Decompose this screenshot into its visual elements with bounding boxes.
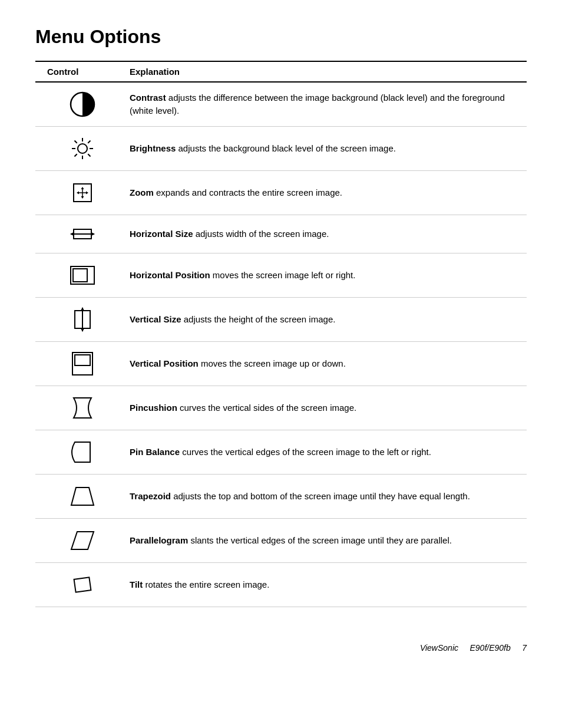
parallelogram-icon <box>35 527 130 554</box>
footer-model: E90f/E90fb <box>470 643 510 653</box>
table-row: Parallelogram slants the vertical edges … <box>35 519 527 563</box>
svg-rect-28 <box>75 355 90 365</box>
svg-rect-31 <box>74 577 91 592</box>
pincushion-icon <box>35 394 130 421</box>
vertical-size-icon <box>35 306 130 333</box>
svg-line-7 <box>88 154 90 156</box>
table-row: Contrast adjusts the difference between … <box>35 83 527 127</box>
table-row: Horizontal Size adjusts width of the scr… <box>35 215 527 253</box>
table-row: Vertical Position moves the screen image… <box>35 342 527 386</box>
explanation-column-header: Explanation <box>130 65 180 78</box>
pincushion-text: Pincushion curves the vertical sides of … <box>130 401 527 414</box>
vertical-position-text: Vertical Position moves the screen image… <box>130 357 527 370</box>
svg-point-1 <box>78 144 87 153</box>
tilt-icon <box>35 571 130 598</box>
horizontal-size-text: Horizontal Size adjusts width of the scr… <box>130 228 527 241</box>
table-header: Control Explanation <box>35 61 527 83</box>
svg-marker-20 <box>92 232 95 235</box>
contrast-icon <box>35 91 130 118</box>
table-row: Vertical Size adjusts the height of the … <box>35 298 527 342</box>
brightness-icon <box>35 135 130 162</box>
footer-page: 7 <box>522 643 527 653</box>
svg-marker-13 <box>86 191 88 194</box>
horizontal-position-icon <box>35 262 130 289</box>
page-title: Menu Options <box>35 24 527 50</box>
brightness-text: Brightness adjusts the background black … <box>130 142 527 155</box>
zoom-icon <box>35 179 130 206</box>
table-row: Brightness adjusts the background black … <box>35 127 527 171</box>
svg-marker-16 <box>81 196 84 199</box>
table-row: Tilt rotates the entire screen image. <box>35 563 527 607</box>
pin-balance-text: Pin Balance curves the vertical edges of… <box>130 446 527 459</box>
pin-balance-icon <box>35 439 130 466</box>
svg-marker-12 <box>77 191 79 194</box>
zoom-text: Zoom expands and contracts the entire sc… <box>130 186 527 199</box>
table-row: Horizontal Position moves the screen ima… <box>35 253 527 298</box>
svg-marker-30 <box>71 532 94 549</box>
contrast-text: Contrast adjusts the difference between … <box>130 91 527 117</box>
horizontal-size-icon <box>35 223 130 245</box>
svg-line-9 <box>75 154 77 156</box>
table-row: Pin Balance curves the vertical edges of… <box>35 430 527 475</box>
svg-line-6 <box>75 140 77 143</box>
svg-marker-26 <box>81 329 84 332</box>
svg-line-8 <box>88 140 90 143</box>
table-row: Pincushion curves the vertical sides of … <box>35 386 527 430</box>
trapezoid-icon <box>35 483 130 510</box>
horizontal-position-text: Horizontal Position moves the screen ima… <box>130 269 527 282</box>
table-row: Trapezoid adjusts the top and bottom of … <box>35 475 527 519</box>
control-column-header: Control <box>35 65 130 78</box>
svg-marker-25 <box>81 307 84 310</box>
svg-marker-15 <box>81 187 84 189</box>
svg-marker-29 <box>71 487 94 505</box>
footer-brand: ViewSonic <box>420 643 458 653</box>
svg-rect-27 <box>72 353 92 375</box>
table-row: Zoom expands and contracts the entire sc… <box>35 171 527 215</box>
svg-rect-22 <box>73 269 87 282</box>
footer: ViewSonic E90f/E90fb 7 <box>35 643 527 654</box>
trapezoid-text: Trapezoid adjusts the top and bottom of … <box>130 490 527 503</box>
vertical-size-text: Vertical Size adjusts the height of the … <box>130 313 527 326</box>
parallelogram-text: Parallelogram slants the vertical edges … <box>130 534 527 547</box>
tilt-text: Tilt rotates the entire screen image. <box>130 578 527 591</box>
vertical-position-icon <box>35 350 130 377</box>
svg-marker-19 <box>70 232 73 235</box>
